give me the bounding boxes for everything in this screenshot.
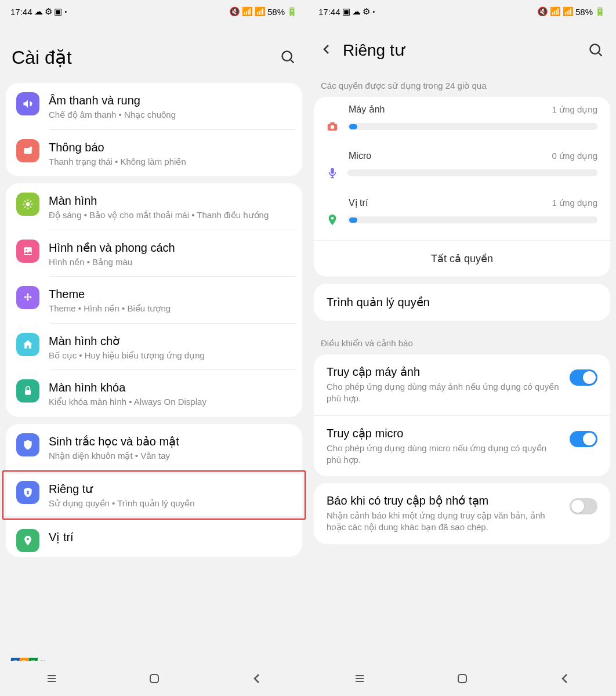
signal-icon: 📶 xyxy=(255,6,266,17)
gear-icon: ⚙ xyxy=(45,6,52,17)
item-title: Vị trí xyxy=(49,530,295,544)
item-text: Màn hình chờ Bố cục • Huy hiệu biểu tượn… xyxy=(49,333,295,361)
perm-count: 1 ứng dụng xyxy=(552,104,597,115)
item-title: Sinh trắc học và bảo mật xyxy=(49,434,295,448)
location-icon xyxy=(16,529,39,552)
search-button[interactable] xyxy=(280,49,296,66)
back-button[interactable] xyxy=(320,42,337,59)
item-title: Thông báo xyxy=(49,140,295,154)
wifi-icon: 📶 xyxy=(242,6,253,17)
theme-icon xyxy=(16,286,39,309)
settings-item-theme[interactable]: Theme Theme • Hình nền • Biểu tượng xyxy=(6,277,302,324)
settings-item-sound[interactable]: Âm thanh và rung Chế độ âm thanh • Nhạc … xyxy=(6,83,302,130)
settings-header: Cài đặt xyxy=(0,23,308,83)
item-sub: Bố cục • Huy hiệu biểu tượng ứng dụng xyxy=(49,350,295,361)
toggle-clipboard-alert[interactable]: Báo khi có truy cập bộ nhớ tạm Nhận cảnh… xyxy=(314,483,610,544)
all-permissions-button[interactable]: Tất cả quyền xyxy=(314,240,610,277)
perm-name: Máy ảnh xyxy=(349,104,385,115)
item-sub: Nhận diện khuôn mặt • Vân tay xyxy=(49,450,295,462)
status-time: 17:44 xyxy=(318,7,340,17)
permission-manager-link[interactable]: Trình quản lý quyền xyxy=(314,284,610,321)
item-text: Theme Theme • Hình nền • Biểu tượng xyxy=(49,286,295,314)
signal-icon: 📶 xyxy=(563,6,574,17)
privacy-header: Riêng tư xyxy=(308,23,616,70)
settings-item-homescreen[interactable]: Màn hình chờ Bố cục • Huy hiệu biểu tượn… xyxy=(6,324,302,371)
settings-item-privacy[interactable]: Riêng tư Sử dụng quyền • Trình quản lý q… xyxy=(6,474,302,516)
volume-icon xyxy=(16,92,39,115)
search-button[interactable] xyxy=(588,42,604,59)
nav-back[interactable] xyxy=(250,672,264,686)
perm-fill xyxy=(349,217,357,223)
nav-recent[interactable] xyxy=(353,672,367,686)
shield-icon xyxy=(16,433,39,456)
item-title: Hình nền và phong cách xyxy=(49,241,295,255)
item-sub: Chế độ âm thanh • Nhạc chuông xyxy=(49,109,295,121)
mute-icon: 🔇 xyxy=(537,6,548,17)
svg-line-1 xyxy=(291,60,294,63)
item-title: Màn hình xyxy=(49,194,295,208)
svg-point-26 xyxy=(331,125,334,129)
battery-percent: 58% xyxy=(575,7,593,17)
battery-percent: 58% xyxy=(267,7,285,17)
pin-icon xyxy=(325,213,339,227)
nav-home[interactable] xyxy=(455,672,469,686)
item-text: Thông báo Thanh trạng thái • Không làm p… xyxy=(49,139,295,168)
svg-point-18 xyxy=(27,538,29,540)
svg-point-0 xyxy=(282,52,292,61)
item-text: Màn hình khóa Kiểu khóa màn hình • Alway… xyxy=(49,379,295,408)
perm-bar xyxy=(347,216,597,223)
item-text: Riêng tư Sử dụng quyền • Trình quản lý q… xyxy=(49,481,295,509)
settings-item-biometrics[interactable]: Sinh trắc học và bảo mật Nhận diện khuôn… xyxy=(6,424,302,471)
battery-icon: 🔋 xyxy=(595,6,606,17)
perm-row-location[interactable]: Vị trí 1 ứng dụng xyxy=(314,190,610,237)
privacy-content[interactable]: Các quyền được sử dụng trong 24 giờ qua … xyxy=(308,70,616,696)
perm-row-mic[interactable]: Micro 0 ứng dụng xyxy=(314,144,610,190)
status-right: 🔇 📶 📶 58% 🔋 xyxy=(537,6,606,17)
settings-item-notifications[interactable]: Thông báo Thanh trạng thái • Không làm p… xyxy=(6,130,302,177)
toggle-sub: Cho phép ứng dụng dùng micro nếu ứng dụn… xyxy=(327,443,563,466)
lock-icon xyxy=(16,379,39,403)
item-text: Hình nền và phong cách Hình nền • Bảng m… xyxy=(49,240,295,268)
svg-rect-15 xyxy=(25,390,31,394)
settings-item-display[interactable]: Màn hình Độ sáng • Bảo vệ cho mắt thoải … xyxy=(6,183,302,230)
settings-item-lockscreen[interactable]: Màn hình khóa Kiểu khóa màn hình • Alway… xyxy=(6,370,302,417)
more-icon: • xyxy=(65,8,67,15)
nav-home[interactable] xyxy=(147,672,161,686)
perm-bar xyxy=(347,169,597,176)
switch-camera[interactable] xyxy=(570,369,597,386)
perm-fill xyxy=(349,124,357,129)
status-left: 17:44 ▣ ☁ ⚙ • xyxy=(318,6,376,17)
cloud-icon: ☁ xyxy=(34,6,43,17)
item-sub: Sử dụng quyền • Trình quản lý quyền xyxy=(49,498,295,509)
clipboard-card: Báo khi có truy cập bộ nhớ tạm Nhận cảnh… xyxy=(314,483,610,544)
settings-item-wallpaper[interactable]: Hình nền và phong cách Hình nền • Bảng m… xyxy=(6,230,302,277)
svg-line-12 xyxy=(30,201,31,202)
nav-recent[interactable] xyxy=(45,672,59,686)
svg-rect-28 xyxy=(331,168,334,174)
perm-row-camera[interactable]: Máy ảnh 1 ứng dụng xyxy=(314,97,610,144)
permissions-usage-card: Máy ảnh 1 ứng dụng Micro 0 ứng dụng xyxy=(314,97,610,277)
toggle-camera-access[interactable]: Truy cập máy ảnh Cho phép ứng dụng dùng … xyxy=(314,354,610,416)
nav-bar xyxy=(0,661,308,696)
settings-list[interactable]: Âm thanh và rung Chế độ âm thanh • Nhạc … xyxy=(0,83,308,696)
settings-item-location[interactable]: Vị trí xyxy=(6,520,302,557)
item-sub: Hình nền • Bảng màu xyxy=(49,256,295,268)
camera-icon xyxy=(325,119,339,133)
switch-clipboard[interactable] xyxy=(570,498,597,514)
settings-screen: 17:44 ☁ ⚙ ▣ • 🔇 📶 📶 58% 🔋 Cài đặt xyxy=(0,0,308,696)
svg-point-16 xyxy=(27,491,28,492)
settings-group: Màn hình Độ sáng • Bảo vệ cho mắt thoải … xyxy=(6,183,302,417)
item-title: Theme xyxy=(49,287,295,301)
svg-line-11 xyxy=(24,206,26,208)
toggle-mic-access[interactable]: Truy cập micro Cho phép ứng dụng dùng mi… xyxy=(314,416,610,477)
settings-group: Riêng tư Sử dụng quyền • Trình quản lý q… xyxy=(6,474,302,516)
toggle-sub: Cho phép ứng dụng dùng máy ảnh nếu ứng d… xyxy=(327,381,563,405)
status-time: 17:44 xyxy=(10,7,32,17)
item-title: Riêng tư xyxy=(49,482,295,496)
switch-mic[interactable] xyxy=(570,431,597,447)
item-sub: Theme • Hình nền • Biểu tượng xyxy=(49,303,295,314)
page-title: Cài đặt xyxy=(12,46,274,68)
wifi-icon: 📶 xyxy=(550,6,561,17)
more-icon: • xyxy=(373,8,375,15)
nav-back[interactable] xyxy=(558,672,572,686)
